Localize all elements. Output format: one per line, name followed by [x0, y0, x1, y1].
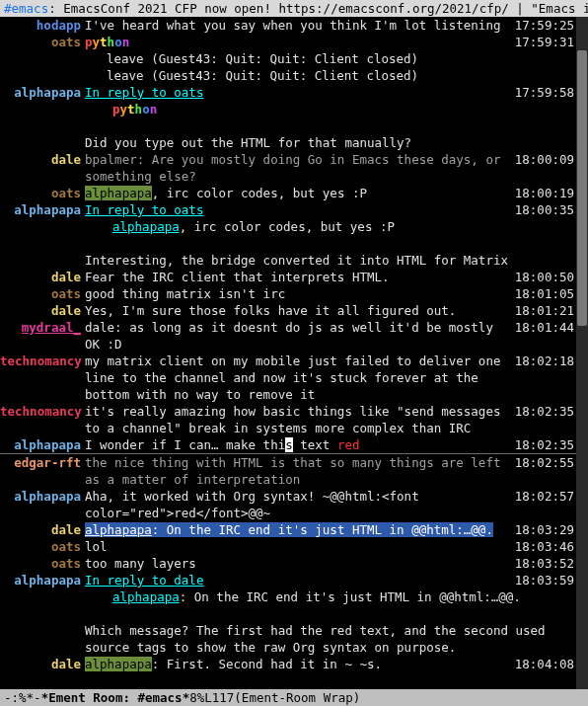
message-row: oatslol18:03:46 — [0, 538, 576, 555]
message-row: oatstoo many layers18:03:52 — [0, 555, 576, 572]
modeline-percent: 8% — [189, 689, 204, 706]
message-row: oatsalphapapa, irc color codes, but yes … — [0, 185, 576, 201]
system-message: leave (Guest43: Quit: Quit: Client close… — [0, 67, 576, 84]
message-text: In reply to oats — [85, 84, 509, 101]
message-text: it's really amazing how basic things lik… — [85, 403, 509, 436]
timestamp: 18:01:21 — [515, 303, 574, 318]
reply-link[interactable]: In reply to oats — [85, 85, 203, 100]
message-text: too many layers — [85, 555, 509, 572]
message-row: technomancyit's really amazing how basic… — [0, 403, 576, 436]
mention[interactable]: alphapapa — [85, 657, 152, 671]
message-text: alphapapa: On the IRC end it's just HTML… — [85, 521, 509, 538]
message-text: python — [85, 34, 509, 50]
nick[interactable]: hodapp — [37, 18, 81, 33]
timestamp: 18:03:46 — [515, 539, 574, 554]
timestamp: 18:02:35 — [515, 404, 574, 419]
nick[interactable]: edgar-rft — [14, 455, 81, 470]
header-bar: #emacs: EmacsConf 2021 CFP now open! htt… — [0, 0, 588, 17]
quoted-mention[interactable]: alphapapa — [112, 589, 180, 604]
nick[interactable]: dale — [51, 657, 81, 671]
message-row: alphapapaIn reply to oats18:00:35 — [0, 201, 576, 218]
text-cursor: s — [285, 437, 293, 452]
message-row: dalealphapapa: On the IRC end it's just … — [0, 521, 576, 538]
modeline-line: L117 — [204, 689, 234, 706]
timestamp: 18:04:08 — [515, 657, 574, 671]
timestamp: 18:02:18 — [515, 353, 574, 368]
nick[interactable]: oats — [51, 539, 81, 554]
timestamp: 17:59:25 — [515, 18, 574, 33]
message-row: alphapapaAha, it worked with Org syntax!… — [0, 488, 576, 521]
modeline-left: -:%*- — [4, 689, 41, 706]
message-row: alphapapaIn reply to dale18:03:59 — [0, 572, 576, 588]
timestamp: 18:00:50 — [515, 270, 574, 284]
chat-area[interactable]: hodappI've heard what you say when you t… — [0, 17, 576, 689]
message-text: I wonder if I can… make this text red — [85, 436, 509, 453]
nick[interactable]: dale — [51, 152, 81, 167]
timestamp: 17:59:31 — [515, 35, 574, 49]
nick[interactable]: alphapapa — [14, 573, 81, 588]
message-text: Fear the IRC client that interprets HTML… — [85, 269, 509, 285]
timestamp: 18:02:55 — [515, 455, 574, 470]
message-text: bpalmer: Are you mostly doing Go in Emac… — [85, 151, 509, 185]
modeline-modes: (Ement-Room Wrap) — [234, 689, 360, 706]
nick[interactable]: oats — [51, 186, 81, 200]
channel-name: #emacs — [4, 1, 48, 16]
nick[interactable]: technomancy — [0, 404, 82, 419]
reply-link[interactable]: In reply to dale — [85, 573, 203, 588]
nick[interactable]: alphapapa — [14, 202, 81, 217]
nick[interactable]: alphapapa — [14, 437, 81, 452]
mention[interactable]: alphapapa — [85, 186, 152, 200]
quoted-mention[interactable]: alphapapa — [112, 219, 180, 234]
message-row: daleFear the IRC client that interprets … — [0, 269, 576, 285]
reply-link[interactable]: In reply to oats — [85, 202, 203, 217]
nick[interactable]: dale — [51, 522, 81, 537]
timestamp: 18:03:59 — [515, 573, 574, 588]
timestamp: 18:03:29 — [515, 522, 574, 537]
message-text: the nice thing with HTML is that so many… — [85, 454, 509, 488]
timestamp: 18:03:52 — [515, 556, 574, 571]
timestamp: 17:59:58 — [515, 85, 574, 100]
message-text: good thing matrix isn't irc — [85, 285, 509, 302]
nick[interactable]: mydraal_ — [22, 320, 81, 335]
timestamp: 18:02:57 — [515, 489, 574, 504]
timestamp: 18:00:19 — [515, 186, 574, 200]
message-row: edgar-rftthe nice thing with HTML is tha… — [0, 454, 576, 488]
message-row: oatspython17:59:31 — [0, 34, 576, 50]
message-row: oatsgood thing matrix isn't irc18:01:05 — [0, 285, 576, 302]
header-topic: : EmacsConf 2021 CFP now open! https://e… — [48, 1, 588, 16]
mention[interactable]: alphapapa: On the IRC end it's just HTML… — [85, 522, 493, 537]
timestamp: 18:00:09 — [515, 152, 574, 167]
message-text: alphapapa: First. Second had it in ~ ~s. — [85, 656, 509, 672]
mode-line: -:%*- *Ement Room: #emacs* 8% L117 (Emen… — [0, 689, 588, 706]
nick[interactable]: dale — [51, 303, 81, 318]
message-text: Yes, I'm sure those folks have it all fi… — [85, 302, 509, 319]
nick[interactable]: oats — [51, 35, 81, 49]
message-text: Aha, it worked with Org syntax! ~@@html:… — [85, 488, 509, 521]
message-row: mydraal_dale: as long as it doesnt do js… — [0, 319, 576, 353]
nick[interactable]: oats — [51, 556, 81, 571]
timestamp: 18:02:35 — [515, 437, 574, 452]
message-row: alphapapaI wonder if I can… make this te… — [0, 436, 576, 453]
message-row: technomancymy matrix client on my mobile… — [0, 353, 576, 403]
timestamp: 18:01:05 — [515, 286, 574, 301]
message-text: lol — [85, 538, 509, 555]
message-text: my matrix client on my mobile just faile… — [85, 353, 509, 403]
nick[interactable]: oats — [51, 286, 81, 301]
message-text: dale: as long as it doesnt do js as well… — [85, 319, 509, 353]
nick[interactable]: dale — [51, 270, 81, 284]
message-row: daleYes, I'm sure those folks have it al… — [0, 302, 576, 319]
message-text: I've heard what you say when you think I… — [85, 17, 509, 34]
modeline-buffer: *Ement Room: #emacs* — [41, 689, 190, 706]
nick[interactable]: alphapapa — [14, 489, 81, 504]
nick[interactable]: alphapapa — [14, 85, 81, 100]
message-text: In reply to oats — [85, 201, 509, 218]
message-text: alphapapa, irc color codes, but yes :P — [85, 185, 509, 201]
timestamp: 18:00:35 — [515, 202, 574, 217]
scrollbar[interactable] — [576, 17, 588, 689]
scrollbar-thumb[interactable] — [577, 50, 587, 326]
system-message: leave (Guest43: Quit: Quit: Client close… — [0, 50, 576, 67]
nick[interactable]: technomancy — [0, 353, 82, 368]
message-row: dalealphapapa: First. Second had it in ~… — [0, 656, 576, 672]
timestamp: 18:01:44 — [515, 320, 574, 335]
message-text: In reply to dale — [85, 572, 509, 588]
